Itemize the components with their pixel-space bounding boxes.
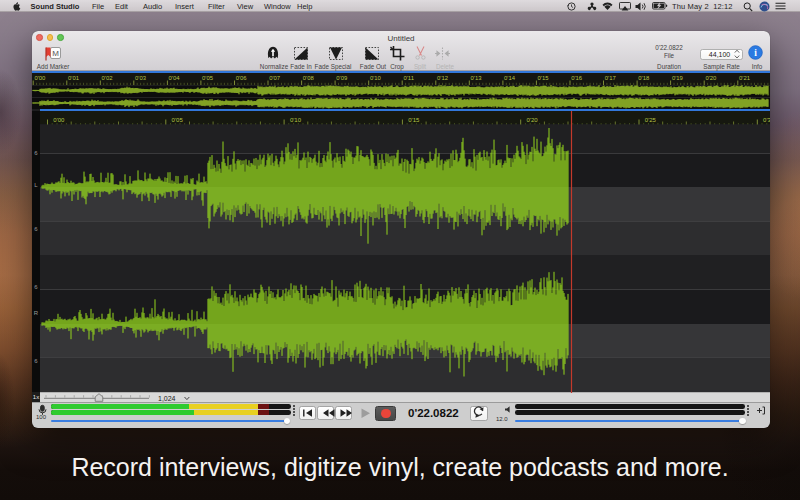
svg-text:0'06: 0'06 (236, 75, 248, 81)
svg-text:0'12: 0'12 (437, 75, 448, 81)
svg-text:0'21: 0'21 (739, 75, 750, 81)
svg-text:0'07: 0'07 (269, 75, 280, 81)
svg-text:0'03: 0'03 (135, 75, 147, 81)
svg-text:1,024: 1,024 (158, 395, 176, 402)
svg-text:0'17: 0'17 (605, 75, 616, 81)
svg-text:0'25: 0'25 (645, 117, 657, 123)
svg-text:0'18: 0'18 (638, 75, 650, 81)
svg-text:0'30: 0'30 (763, 117, 770, 123)
svg-text:0'13: 0'13 (471, 75, 483, 81)
svg-text:0'10: 0'10 (290, 117, 302, 123)
svg-text:0'01: 0'01 (68, 75, 79, 81)
svg-text:0'05: 0'05 (202, 75, 214, 81)
svg-text:0'02: 0'02 (102, 75, 113, 81)
svg-text:0'08: 0'08 (303, 75, 315, 81)
svg-text:0'11: 0'11 (403, 75, 414, 81)
svg-text:0'00: 0'00 (53, 117, 65, 123)
svg-text:0'15: 0'15 (408, 117, 420, 123)
svg-text:0'14: 0'14 (504, 75, 516, 81)
svg-text:0'10: 0'10 (370, 75, 382, 81)
svg-text:0'20: 0'20 (705, 75, 717, 81)
svg-text:0'04: 0'04 (169, 75, 181, 81)
svg-text:0'20: 0'20 (527, 117, 539, 123)
svg-text:0'00: 0'00 (34, 75, 46, 81)
svg-text:0'16: 0'16 (571, 75, 583, 81)
svg-text:0'15: 0'15 (538, 75, 550, 81)
svg-text:0'19: 0'19 (672, 75, 683, 81)
svg-text:0'05: 0'05 (172, 117, 184, 123)
svg-text:0'09: 0'09 (336, 75, 347, 81)
